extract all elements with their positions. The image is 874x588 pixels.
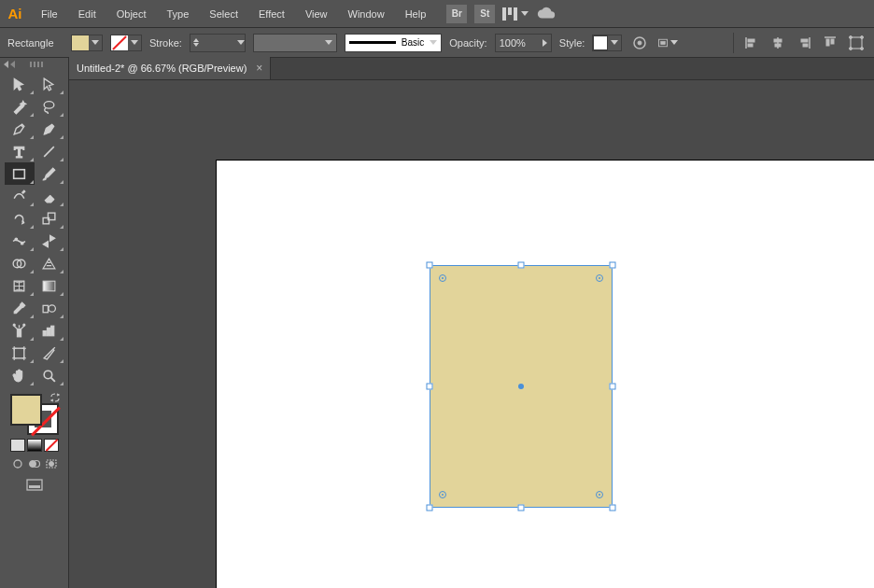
color-mode-row bbox=[10, 439, 59, 452]
arrange-docs-icon bbox=[502, 7, 517, 21]
zoom-tool[interactable] bbox=[35, 364, 64, 386]
workspace-switcher[interactable] bbox=[502, 7, 529, 21]
chevron-down-icon bbox=[521, 11, 529, 16]
menu-view[interactable]: View bbox=[296, 5, 337, 23]
options-bar: Rectangle Stroke: Basic Opacity: 100% St… bbox=[0, 28, 874, 58]
shaper-tool[interactable] bbox=[5, 185, 35, 207]
live-corner-widget[interactable] bbox=[439, 274, 446, 282]
color-mode-gradient[interactable] bbox=[27, 439, 42, 452]
align-left-button[interactable] bbox=[741, 34, 762, 52]
stroke-swatch-combo[interactable] bbox=[110, 35, 142, 51]
draw-behind-icon[interactable] bbox=[27, 457, 42, 470]
rotate-tool[interactable] bbox=[5, 207, 35, 230]
selection-tool[interactable] bbox=[5, 73, 35, 95]
curvature-tool[interactable] bbox=[35, 118, 64, 140]
align-to-combo[interactable] bbox=[657, 34, 678, 52]
sync-icon[interactable] bbox=[536, 6, 557, 22]
svg-rect-38 bbox=[47, 328, 49, 336]
panel-grip[interactable] bbox=[0, 58, 68, 71]
chevron-down-icon bbox=[128, 35, 141, 50]
variable-width-profile[interactable] bbox=[253, 34, 337, 52]
column-graph-tool[interactable] bbox=[35, 319, 64, 342]
fill-swatch-combo[interactable] bbox=[71, 35, 103, 51]
draw-normal-icon[interactable] bbox=[10, 457, 25, 470]
symbol-sprayer-tool[interactable] bbox=[5, 319, 35, 342]
menu-object[interactable]: Object bbox=[107, 5, 156, 23]
svg-point-36 bbox=[23, 324, 25, 326]
scale-tool[interactable] bbox=[35, 207, 64, 230]
menu-type[interactable]: Type bbox=[158, 5, 199, 23]
fill-color-swatch bbox=[72, 35, 89, 50]
direct-selection-tool[interactable] bbox=[35, 73, 64, 95]
mesh-tool[interactable] bbox=[5, 274, 35, 297]
pen-tool[interactable] bbox=[5, 118, 35, 140]
lasso-tool[interactable] bbox=[35, 95, 64, 118]
stock-button[interactable]: St bbox=[474, 5, 495, 23]
slice-tool[interactable] bbox=[35, 342, 64, 364]
line-segment-tool[interactable] bbox=[35, 140, 64, 162]
svg-line-42 bbox=[51, 377, 55, 381]
app-logo: Ai bbox=[6, 5, 24, 23]
fill-swatch-large[interactable] bbox=[10, 394, 42, 426]
free-transform-tool[interactable] bbox=[35, 230, 64, 252]
svg-point-47 bbox=[49, 462, 53, 467]
close-tab-icon[interactable]: × bbox=[256, 62, 262, 75]
menu-help[interactable]: Help bbox=[396, 5, 436, 23]
svg-line-22 bbox=[44, 147, 54, 157]
canvas[interactable] bbox=[69, 80, 874, 588]
color-mode-solid[interactable] bbox=[10, 439, 25, 452]
selection-handle[interactable] bbox=[427, 505, 433, 511]
selection-handle[interactable] bbox=[610, 384, 616, 390]
chevron-down-icon bbox=[608, 35, 621, 50]
menu-effect[interactable]: Effect bbox=[249, 5, 294, 23]
bridge-button[interactable]: Br bbox=[446, 5, 467, 23]
artboard-tool[interactable] bbox=[5, 342, 35, 364]
opacity-input[interactable]: 100% bbox=[495, 34, 552, 52]
screen-mode-button[interactable] bbox=[25, 478, 44, 495]
width-tool[interactable] bbox=[5, 230, 35, 252]
menu-select[interactable]: Select bbox=[200, 5, 247, 23]
stroke-none-swatch bbox=[111, 35, 128, 50]
paintbrush-tool[interactable] bbox=[35, 162, 64, 185]
eyedropper-tool[interactable] bbox=[5, 297, 35, 319]
swap-fill-stroke-icon[interactable] bbox=[49, 392, 61, 405]
align-right-button[interactable] bbox=[794, 34, 814, 52]
svg-rect-3 bbox=[661, 41, 666, 44]
type-tool[interactable] bbox=[5, 140, 35, 162]
menu-window[interactable]: Window bbox=[339, 5, 394, 23]
selection-handle[interactable] bbox=[518, 505, 525, 511]
draw-inside-icon[interactable] bbox=[44, 457, 59, 470]
selection-handle[interactable] bbox=[518, 262, 525, 269]
svg-point-1 bbox=[638, 41, 641, 45]
menu-file[interactable]: File bbox=[32, 5, 67, 23]
recolor-artwork-button[interactable] bbox=[629, 34, 650, 52]
live-corner-widget[interactable] bbox=[439, 491, 446, 498]
menu-edit[interactable]: Edit bbox=[69, 5, 106, 23]
blend-tool[interactable] bbox=[35, 297, 64, 319]
color-mode-none[interactable] bbox=[44, 439, 59, 452]
shape-builder-tool[interactable] bbox=[5, 252, 35, 274]
selection-handle[interactable] bbox=[610, 262, 616, 269]
fill-stroke-control[interactable] bbox=[8, 392, 61, 437]
style-label: Style: bbox=[559, 37, 585, 49]
live-corner-widget[interactable] bbox=[596, 491, 603, 498]
magic-wand-tool[interactable] bbox=[5, 95, 35, 118]
align-hcenter-button[interactable] bbox=[768, 34, 788, 52]
live-corner-widget[interactable] bbox=[596, 274, 603, 282]
brush-definition-combo[interactable]: Basic bbox=[345, 34, 442, 52]
document-tab[interactable]: Untitled-2* @ 66.67% (RGB/Preview) × bbox=[69, 57, 271, 79]
selection-handle[interactable] bbox=[427, 384, 433, 390]
rectangle-tool[interactable] bbox=[5, 162, 35, 185]
selection-handle[interactable] bbox=[610, 505, 616, 511]
chevron-right-icon bbox=[543, 39, 547, 47]
selection-handle[interactable] bbox=[427, 262, 433, 269]
hand-tool[interactable] bbox=[5, 364, 35, 386]
svg-rect-12 bbox=[803, 44, 808, 47]
perspective-grid-tool[interactable] bbox=[35, 252, 64, 274]
graphic-style-combo[interactable] bbox=[592, 35, 622, 51]
align-top-button[interactable] bbox=[820, 34, 840, 52]
eraser-tool[interactable] bbox=[35, 185, 64, 207]
stroke-weight-input[interactable] bbox=[190, 34, 246, 52]
transform-button[interactable] bbox=[846, 34, 867, 52]
gradient-tool[interactable] bbox=[35, 274, 64, 297]
